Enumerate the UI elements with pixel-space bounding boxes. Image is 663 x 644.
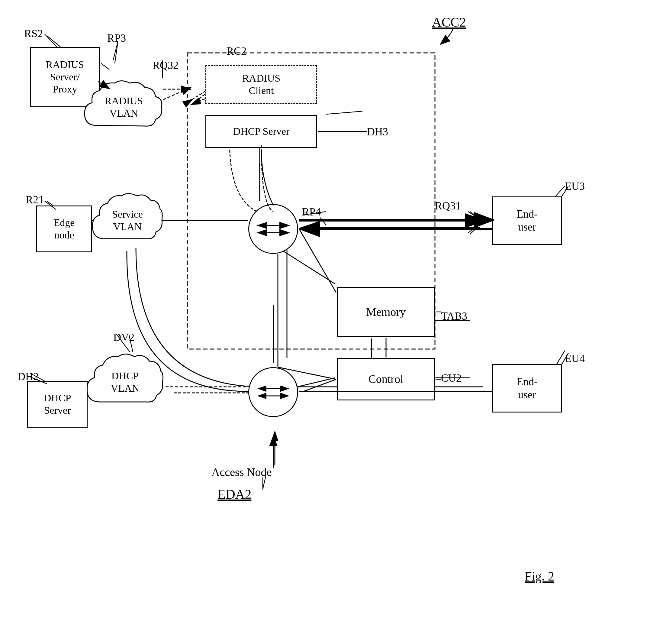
eda2-label: EDA2 [218, 487, 251, 502]
radius-client-box: RADIUS Client [205, 65, 317, 104]
dhcp-server-top-box: DHCP Server [205, 115, 317, 148]
rq32-label: RQ32 [153, 59, 179, 72]
dh3-label: DH3 [367, 126, 388, 138]
svg-line-21 [298, 378, 335, 387]
control-box: Control [337, 358, 435, 400]
svg-line-67 [299, 229, 336, 292]
svg-line-75 [470, 212, 476, 217]
dv2-label: DV2 [113, 331, 134, 343]
svg-line-31 [468, 212, 477, 218]
memory-box: Memory [337, 287, 435, 337]
r21-label: R21 [26, 194, 44, 206]
svg-line-53 [113, 42, 118, 60]
eu3-label: EU3 [565, 180, 585, 193]
svg-line-76 [470, 229, 476, 234]
rq31-label: RQ31 [435, 199, 461, 212]
svg-line-6 [115, 42, 118, 64]
cu2-label: CU2 [441, 372, 461, 384]
svg-line-64 [302, 379, 336, 392]
dhcp-server-bottom-box: DHCP Server [27, 381, 88, 428]
rp4-label: RP4 [302, 205, 321, 218]
fig2-label: Fig. 2 [525, 569, 554, 583]
svg-line-55 [163, 88, 190, 100]
end-user-bottom-box: End- user [492, 364, 562, 413]
edge-node-box: Edge node [36, 205, 92, 252]
top-circle-node [248, 204, 298, 254]
svg-line-5 [47, 36, 61, 47]
svg-line-39 [320, 218, 326, 225]
svg-line-36 [556, 351, 565, 366]
eu4-label: EU4 [565, 352, 585, 365]
tab3-label: TAB3 [441, 310, 467, 323]
end-user-top-box: End- user [492, 196, 562, 245]
svg-line-32 [468, 227, 477, 233]
rs2-label: RS2 [24, 27, 43, 40]
service-vlan-cloud: Service VLAN [90, 191, 165, 251]
svg-line-52 [45, 34, 57, 47]
svg-line-38 [101, 64, 109, 69]
bottom-circle-node [248, 367, 298, 417]
dhcp-vlan-cloud: DHCP VLAN [85, 351, 165, 414]
access-node-label: Access Node [211, 465, 272, 479]
rp3-label: RP3 [107, 32, 126, 44]
rc2-label: RC2 [227, 45, 247, 58]
svg-line-10 [326, 111, 363, 114]
acc2-label: ACC2 [432, 15, 466, 30]
radius-vlan-cloud: RADIUS VLAN [82, 77, 166, 137]
